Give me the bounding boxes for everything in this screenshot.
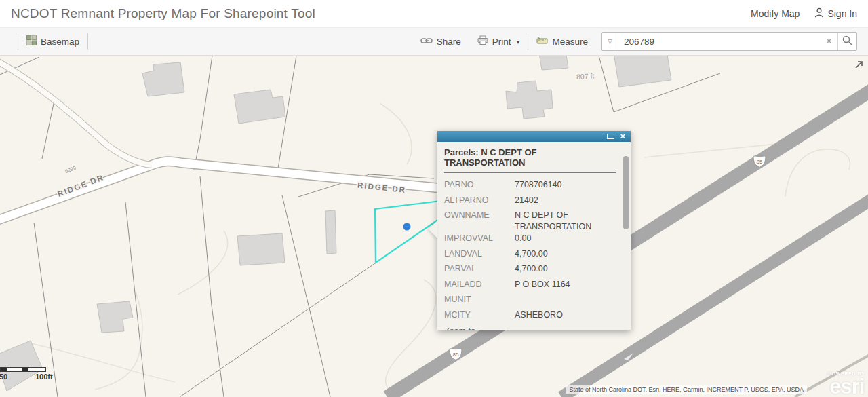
esri-wordmark: esri bbox=[829, 376, 865, 397]
print-button[interactable]: Print ▾ bbox=[476, 33, 521, 50]
page-title: NCDOT Remnant Property Map For Sharepoin… bbox=[11, 6, 315, 21]
popup-scrollbar[interactable] bbox=[623, 156, 629, 330]
basemap-grid-icon bbox=[26, 35, 37, 48]
field-value: P O BOX 1164 bbox=[515, 279, 616, 290]
search-icon bbox=[842, 35, 852, 48]
field-label: MCITY bbox=[444, 309, 515, 321]
basemap-label: Basemap bbox=[41, 37, 79, 47]
maximize-icon[interactable] bbox=[607, 134, 614, 139]
popup-row: MCITYASHEBORO bbox=[444, 309, 616, 325]
popup-title: Parcels: N C DEPT OF TRANSPORTATION bbox=[444, 147, 616, 173]
basemap-button[interactable]: Basemap bbox=[25, 33, 81, 50]
app-header: NCDOT Remnant Property Map For Sharepoin… bbox=[0, 0, 868, 27]
print-caret-icon: ▾ bbox=[516, 38, 519, 45]
field-label: PARVAL bbox=[444, 263, 515, 275]
field-label: ALTPARNO bbox=[444, 195, 515, 206]
esri-logo: POWERED BY esri bbox=[829, 372, 865, 397]
search-source-dropdown[interactable]: ▽ bbox=[602, 33, 618, 50]
divider bbox=[528, 33, 528, 50]
field-value: N C DEPT OF TRANSPORTATION bbox=[515, 210, 616, 233]
clear-search-icon[interactable]: × bbox=[821, 35, 837, 48]
field-value: ASHEBORO bbox=[515, 309, 616, 321]
map-toolbar: Basemap Share bbox=[0, 27, 868, 56]
field-value: 21402 bbox=[515, 195, 616, 206]
popup-row: PARNO7708706140 bbox=[444, 179, 616, 195]
popup-row: ALTPARNO21402 bbox=[444, 195, 616, 210]
popup-row: MUNIT bbox=[444, 294, 616, 309]
search-submit-button[interactable] bbox=[837, 33, 856, 50]
field-label: LANDVAL bbox=[444, 248, 515, 260]
popup-row: OWNNAMEN C DEPT OF TRANSPORTATION bbox=[444, 210, 616, 233]
print-label: Print bbox=[492, 37, 511, 47]
search-input[interactable] bbox=[618, 37, 821, 47]
field-value: 7708706140 bbox=[515, 179, 616, 191]
popup-row: IMPROVVAL0.00 bbox=[444, 233, 616, 248]
popup-titlebar: × bbox=[437, 131, 631, 142]
field-label: IMPROVVAL bbox=[444, 233, 515, 244]
field-label: MAILADD bbox=[444, 279, 515, 290]
measure-label: Measure bbox=[552, 37, 588, 47]
zoom-to-link[interactable]: Zoom to bbox=[444, 326, 475, 330]
chevron-down-icon: ▽ bbox=[608, 38, 612, 45]
divider bbox=[87, 33, 88, 50]
popup-pointer bbox=[429, 221, 437, 238]
close-icon[interactable]: × bbox=[620, 133, 625, 140]
shield-number: 85 bbox=[757, 159, 763, 165]
popup-row: PARVAL4,700.00 bbox=[444, 263, 616, 279]
feature-popup: × Parcels: N C DEPT OF TRANSPORTATION PA… bbox=[437, 131, 631, 330]
field-value: 0.00 bbox=[515, 233, 616, 244]
person-icon bbox=[814, 7, 824, 20]
scale-end-label: 100ft bbox=[35, 373, 53, 381]
search-box: ▽ × bbox=[601, 32, 857, 51]
scale-bar: 50 100ft bbox=[0, 367, 61, 372]
shield-number: 85 bbox=[453, 352, 459, 358]
popup-row: MAILADDP O BOX 1164 bbox=[444, 279, 616, 295]
modify-map-link[interactable]: Modify Map bbox=[751, 8, 800, 19]
share-label: Share bbox=[437, 37, 461, 47]
printer-icon bbox=[477, 35, 488, 48]
sign-in-link[interactable]: Sign In bbox=[814, 7, 857, 20]
modify-map-label: Modify Map bbox=[751, 8, 800, 19]
popup-row: LANDVAL4,700.00 bbox=[444, 248, 616, 264]
field-label: PARNO bbox=[444, 179, 515, 191]
measure-icon bbox=[536, 36, 548, 48]
distance-label: 807 ft bbox=[576, 71, 595, 81]
sign-in-label: Sign In bbox=[827, 8, 857, 19]
divider bbox=[18, 33, 18, 50]
field-value: 4,700.00 bbox=[515, 263, 616, 275]
share-button[interactable]: Share bbox=[419, 34, 462, 50]
scrollbar-thumb[interactable] bbox=[623, 156, 629, 229]
collapse-arrow-icon[interactable] bbox=[853, 58, 865, 71]
field-value: 4,700.00 bbox=[515, 248, 616, 260]
selected-point-marker[interactable] bbox=[403, 223, 411, 231]
field-label: MUNIT bbox=[444, 294, 515, 305]
field-label: OWNNAME bbox=[444, 210, 515, 221]
popup-body: Parcels: N C DEPT OF TRANSPORTATION PARN… bbox=[437, 142, 631, 330]
app-window: NCDOT Remnant Property Map For Sharepoin… bbox=[0, 0, 868, 397]
measure-button[interactable]: Measure bbox=[535, 33, 589, 50]
scale-mid-label: 50 bbox=[0, 373, 7, 381]
share-link-icon bbox=[420, 37, 433, 47]
popup-rows: PARNO7708706140ALTPARNO21402OWNNAMEN C D… bbox=[444, 179, 616, 324]
map-attribution: State of North Carolina DOT, Esri, HERE,… bbox=[566, 385, 807, 394]
